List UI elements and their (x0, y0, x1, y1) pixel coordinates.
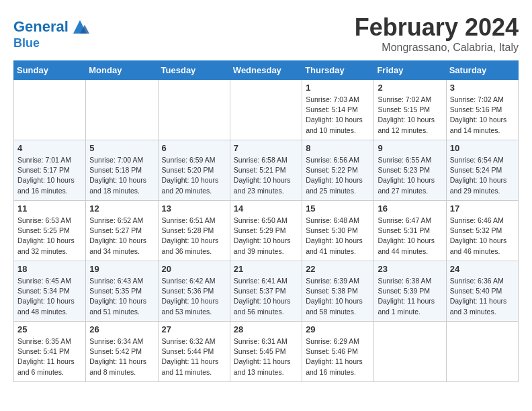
day-info: Sunrise: 7:03 AM Sunset: 5:14 PM Dayligh… (306, 95, 370, 136)
calendar-cell: 1Sunrise: 7:03 AM Sunset: 5:14 PM Daylig… (302, 80, 374, 140)
day-info: Sunrise: 7:02 AM Sunset: 5:15 PM Dayligh… (378, 95, 442, 136)
day-number: 25 (17, 324, 82, 334)
day-info: Sunrise: 6:53 AM Sunset: 5:25 PM Dayligh… (17, 216, 82, 257)
day-info: Sunrise: 6:36 AM Sunset: 5:40 PM Dayligh… (450, 276, 515, 317)
calendar-week-row: 1Sunrise: 7:03 AM Sunset: 5:14 PM Daylig… (14, 80, 519, 140)
calendar-cell: 9Sunrise: 6:55 AM Sunset: 5:23 PM Daylig… (374, 140, 446, 201)
day-number: 13 (162, 203, 226, 214)
weekday-header: Sunday (14, 61, 86, 80)
calendar-cell: 13Sunrise: 6:51 AM Sunset: 5:28 PM Dayli… (158, 201, 230, 261)
day-info: Sunrise: 6:55 AM Sunset: 5:23 PM Dayligh… (378, 155, 442, 196)
day-number: 17 (450, 203, 515, 214)
day-number: 16 (378, 203, 442, 214)
day-info: Sunrise: 6:54 AM Sunset: 5:24 PM Dayligh… (450, 155, 515, 196)
calendar-cell: 5Sunrise: 7:00 AM Sunset: 5:18 PM Daylig… (86, 140, 158, 201)
day-info: Sunrise: 6:32 AM Sunset: 5:44 PM Dayligh… (162, 336, 226, 377)
weekday-header: Saturday (446, 61, 518, 80)
calendar-cell: 12Sunrise: 6:52 AM Sunset: 5:27 PM Dayli… (86, 201, 158, 261)
day-info: Sunrise: 6:58 AM Sunset: 5:21 PM Dayligh… (234, 155, 298, 196)
calendar-cell: 3Sunrise: 7:02 AM Sunset: 5:16 PM Daylig… (446, 80, 518, 140)
day-number: 3 (450, 83, 515, 93)
calendar-cell: 2Sunrise: 7:02 AM Sunset: 5:15 PM Daylig… (374, 80, 446, 140)
month-title: February 2024 (355, 13, 519, 42)
page-header: General Blue February 2024 Mongrassano, … (13, 13, 519, 54)
calendar-week-row: 4Sunrise: 7:01 AM Sunset: 5:17 PM Daylig… (14, 140, 519, 201)
day-info: Sunrise: 6:38 AM Sunset: 5:39 PM Dayligh… (378, 276, 442, 317)
calendar-cell: 28Sunrise: 6:31 AM Sunset: 5:45 PM Dayli… (230, 322, 302, 382)
logo-text: General (13, 19, 69, 35)
day-number: 28 (234, 324, 298, 334)
day-number: 14 (234, 203, 298, 214)
day-number: 5 (89, 143, 154, 153)
calendar-cell: 7Sunrise: 6:58 AM Sunset: 5:21 PM Daylig… (230, 140, 302, 201)
weekday-header-row: SundayMondayTuesdayWednesdayThursdayFrid… (14, 61, 519, 80)
day-number: 4 (17, 143, 82, 153)
day-info: Sunrise: 6:52 AM Sunset: 5:27 PM Dayligh… (89, 216, 154, 257)
calendar-cell (158, 80, 230, 140)
calendar-cell: 10Sunrise: 6:54 AM Sunset: 5:24 PM Dayli… (446, 140, 518, 201)
day-info: Sunrise: 6:41 AM Sunset: 5:37 PM Dayligh… (234, 276, 298, 317)
logo: General Blue (13, 17, 90, 50)
calendar-cell: 14Sunrise: 6:50 AM Sunset: 5:29 PM Dayli… (230, 201, 302, 261)
day-info: Sunrise: 6:46 AM Sunset: 5:32 PM Dayligh… (450, 216, 515, 257)
day-number: 20 (162, 264, 226, 274)
calendar-cell: 18Sunrise: 6:45 AM Sunset: 5:34 PM Dayli… (14, 261, 86, 322)
weekday-header: Wednesday (230, 61, 302, 80)
day-number: 1 (306, 83, 370, 93)
day-info: Sunrise: 6:51 AM Sunset: 5:28 PM Dayligh… (162, 216, 226, 257)
day-info: Sunrise: 6:34 AM Sunset: 5:42 PM Dayligh… (89, 336, 154, 377)
calendar-cell: 24Sunrise: 6:36 AM Sunset: 5:40 PM Dayli… (446, 261, 518, 322)
day-info: Sunrise: 6:47 AM Sunset: 5:31 PM Dayligh… (378, 216, 442, 257)
calendar-cell: 26Sunrise: 6:34 AM Sunset: 5:42 PM Dayli… (86, 322, 158, 382)
day-number: 29 (306, 324, 370, 334)
day-number: 18 (17, 264, 82, 274)
calendar-cell: 27Sunrise: 6:32 AM Sunset: 5:44 PM Dayli… (158, 322, 230, 382)
day-info: Sunrise: 7:02 AM Sunset: 5:16 PM Dayligh… (450, 95, 515, 136)
day-number: 27 (162, 324, 226, 334)
calendar-week-row: 18Sunrise: 6:45 AM Sunset: 5:34 PM Dayli… (14, 261, 519, 322)
logo-line2: Blue (13, 37, 90, 50)
logo-line1: General (13, 18, 69, 35)
day-info: Sunrise: 6:29 AM Sunset: 5:46 PM Dayligh… (306, 336, 370, 377)
logo-icon (70, 17, 90, 37)
day-info: Sunrise: 6:43 AM Sunset: 5:35 PM Dayligh… (89, 276, 154, 317)
calendar-cell: 19Sunrise: 6:43 AM Sunset: 5:35 PM Dayli… (86, 261, 158, 322)
day-info: Sunrise: 6:59 AM Sunset: 5:20 PM Dayligh… (162, 155, 226, 196)
day-number: 21 (234, 264, 298, 274)
day-number: 10 (450, 143, 515, 153)
calendar-cell: 11Sunrise: 6:53 AM Sunset: 5:25 PM Dayli… (14, 201, 86, 261)
day-number: 19 (89, 264, 154, 274)
day-number: 12 (89, 203, 154, 214)
day-info: Sunrise: 6:42 AM Sunset: 5:36 PM Dayligh… (162, 276, 226, 317)
day-info: Sunrise: 6:39 AM Sunset: 5:38 PM Dayligh… (306, 276, 370, 317)
calendar-cell (14, 80, 86, 140)
calendar-week-row: 11Sunrise: 6:53 AM Sunset: 5:25 PM Dayli… (14, 201, 519, 261)
day-number: 23 (378, 264, 442, 274)
calendar-cell (230, 80, 302, 140)
day-number: 26 (89, 324, 154, 334)
location-title: Mongrassano, Calabria, Italy (355, 42, 519, 54)
calendar-cell (86, 80, 158, 140)
calendar-cell: 20Sunrise: 6:42 AM Sunset: 5:36 PM Dayli… (158, 261, 230, 322)
calendar-cell: 21Sunrise: 6:41 AM Sunset: 5:37 PM Dayli… (230, 261, 302, 322)
calendar-cell: 23Sunrise: 6:38 AM Sunset: 5:39 PM Dayli… (374, 261, 446, 322)
calendar-cell: 22Sunrise: 6:39 AM Sunset: 5:38 PM Dayli… (302, 261, 374, 322)
day-info: Sunrise: 7:00 AM Sunset: 5:18 PM Dayligh… (89, 155, 154, 196)
day-info: Sunrise: 7:01 AM Sunset: 5:17 PM Dayligh… (17, 155, 82, 196)
day-number: 24 (450, 264, 515, 274)
day-info: Sunrise: 6:35 AM Sunset: 5:41 PM Dayligh… (17, 336, 82, 377)
calendar-cell: 17Sunrise: 6:46 AM Sunset: 5:32 PM Dayli… (446, 201, 518, 261)
weekday-header: Monday (86, 61, 158, 80)
day-number: 15 (306, 203, 370, 214)
calendar-cell (446, 322, 518, 382)
day-number: 6 (162, 143, 226, 153)
calendar-cell: 4Sunrise: 7:01 AM Sunset: 5:17 PM Daylig… (14, 140, 86, 201)
calendar-cell: 15Sunrise: 6:48 AM Sunset: 5:30 PM Dayli… (302, 201, 374, 261)
day-number: 22 (306, 264, 370, 274)
calendar-cell: 16Sunrise: 6:47 AM Sunset: 5:31 PM Dayli… (374, 201, 446, 261)
day-number: 9 (378, 143, 442, 153)
title-section: February 2024 Mongrassano, Calabria, Ita… (355, 13, 519, 54)
weekday-header: Friday (374, 61, 446, 80)
calendar-cell: 8Sunrise: 6:56 AM Sunset: 5:22 PM Daylig… (302, 140, 374, 201)
calendar-cell: 25Sunrise: 6:35 AM Sunset: 5:41 PM Dayli… (14, 322, 86, 382)
